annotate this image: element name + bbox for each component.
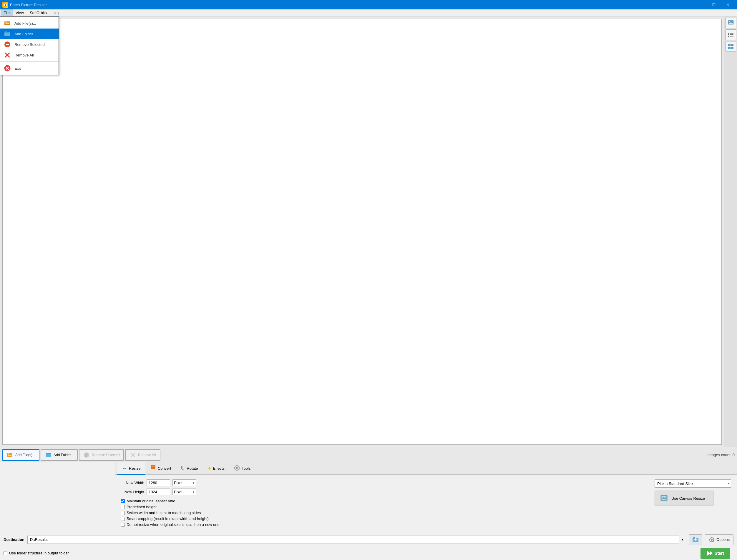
folder-structure-row: Use folder structure in output folder bbox=[4, 551, 69, 555]
svg-point-17 bbox=[729, 21, 730, 22]
tab-content-resize: New Width Pixel Percent Inch Cm New Heig… bbox=[115, 475, 737, 533]
no-resize-smaller-row: Do not resize when original size is less… bbox=[121, 522, 649, 527]
menu-softorbits[interactable]: SoftOrbits bbox=[27, 9, 50, 16]
add-files-label: Add File(s)... bbox=[14, 21, 36, 26]
menu-item-remove-selected[interactable]: Remove Selected bbox=[0, 39, 59, 50]
sidebar-list-btn[interactable] bbox=[726, 29, 736, 40]
tab-resize[interactable]: ↔ Resize bbox=[117, 462, 145, 475]
toolbar-remove-selected-icon bbox=[83, 451, 90, 459]
tools-tab-label: Tools bbox=[242, 466, 250, 471]
exit-icon bbox=[4, 65, 11, 72]
svg-rect-24 bbox=[728, 44, 731, 46]
svg-rect-19 bbox=[730, 33, 733, 34]
maintain-aspect-checkbox[interactable] bbox=[121, 499, 125, 503]
tab-bar: ↔ Resize Convert ↻ Rotate ✦ Effects bbox=[115, 462, 737, 475]
canvas-resize-button[interactable]: Use Canvas Resize bbox=[655, 491, 713, 506]
svg-point-20 bbox=[728, 34, 729, 35]
menu-view[interactable]: View bbox=[13, 9, 27, 16]
toolbar: Add File(s)... Add Folder... Remove Sele… bbox=[0, 447, 737, 462]
toolbar-remove-selected-btn[interactable]: Remove Selected bbox=[79, 449, 124, 461]
resize-tab-icon: ↔ bbox=[122, 465, 127, 471]
menu-item-remove-all[interactable]: Remove All bbox=[0, 50, 59, 60]
toolbar-remove-all-btn[interactable]: Remove All bbox=[125, 449, 160, 461]
toolbar-remove-selected-label: Remove Selected bbox=[92, 453, 120, 457]
file-list-box[interactable] bbox=[2, 19, 722, 445]
exit-label: Exit bbox=[14, 66, 21, 71]
menu-bar: File View SoftOrbits Help bbox=[0, 9, 737, 16]
standard-size-select[interactable]: Pick a Standard Size bbox=[655, 479, 731, 488]
new-height-label: New Height bbox=[121, 490, 144, 494]
switch-sides-label[interactable]: Switch width and height to match long si… bbox=[127, 511, 201, 515]
start-label: Start bbox=[715, 551, 724, 556]
sidebar-grid-btn[interactable] bbox=[726, 41, 736, 52]
remove-all-label: Remove All bbox=[14, 53, 34, 57]
maintain-aspect-label[interactable]: Maintain original aspect ratio bbox=[127, 499, 175, 503]
options-label: Options bbox=[716, 537, 730, 542]
svg-rect-26 bbox=[728, 47, 731, 49]
svg-point-6 bbox=[5, 21, 6, 23]
smart-crop-row: Smart cropping (result in exact width an… bbox=[121, 516, 649, 521]
svg-rect-27 bbox=[731, 47, 733, 49]
remove-all-icon bbox=[4, 51, 11, 59]
destination-input[interactable] bbox=[28, 536, 679, 544]
close-button[interactable]: ✕ bbox=[721, 0, 735, 9]
switch-sides-checkbox[interactable] bbox=[121, 511, 125, 515]
file-dropdown-menu: Add File(s)... Add Folder... Remove Sele… bbox=[0, 16, 59, 75]
svg-marker-57 bbox=[710, 551, 713, 556]
tab-effects[interactable]: ✦ Effects bbox=[203, 462, 229, 475]
menu-file[interactable]: File bbox=[1, 9, 13, 16]
destination-dropdown-btn[interactable]: ▼ bbox=[679, 536, 686, 544]
svg-rect-45 bbox=[695, 538, 696, 541]
toolbar-add-files-btn[interactable]: Add File(s)... bbox=[2, 449, 39, 461]
width-unit-select[interactable]: Pixel Percent Inch Cm bbox=[172, 479, 196, 486]
convert-tab-icon bbox=[150, 465, 156, 472]
effects-tab-icon: ✦ bbox=[207, 466, 211, 471]
sidebar-thumbnails-btn[interactable] bbox=[726, 18, 736, 28]
folder-structure-checkbox[interactable] bbox=[4, 551, 7, 555]
toolbar-remove-all-icon bbox=[129, 451, 136, 459]
right-sidebar bbox=[724, 16, 737, 447]
smart-crop-label[interactable]: Smart cropping (result in exact width an… bbox=[127, 516, 209, 521]
maximize-button[interactable]: ❐ bbox=[707, 0, 721, 9]
destination-browse-btn[interactable] bbox=[689, 534, 702, 545]
smart-crop-checkbox[interactable] bbox=[121, 517, 125, 521]
tab-convert[interactable]: Convert bbox=[145, 462, 176, 475]
menu-item-add-files[interactable]: Add File(s)... bbox=[0, 18, 59, 29]
toolbar-add-folder-label: Add Folder... bbox=[54, 453, 74, 457]
menu-item-exit[interactable]: Exit bbox=[0, 63, 59, 74]
content-area bbox=[0, 16, 737, 447]
height-input[interactable] bbox=[147, 489, 170, 495]
title-bar: Batch Picture Resizer — ❐ ✕ bbox=[0, 0, 737, 9]
destination-label: Destination bbox=[4, 537, 24, 542]
effects-tab-label: Effects bbox=[213, 466, 225, 471]
file-list-area bbox=[0, 16, 724, 447]
tab-tools[interactable]: Tools bbox=[229, 462, 255, 475]
remove-selected-label: Remove Selected bbox=[14, 42, 45, 47]
svg-point-35 bbox=[236, 467, 238, 469]
predefined-height-row: Predefined height bbox=[121, 505, 649, 509]
predefined-height-checkbox[interactable] bbox=[121, 505, 125, 509]
canvas-resize-icon bbox=[660, 494, 669, 503]
start-button[interactable]: Start bbox=[701, 548, 730, 559]
svg-rect-25 bbox=[731, 44, 733, 46]
svg-rect-21 bbox=[730, 34, 733, 35]
minimize-button[interactable]: — bbox=[693, 0, 706, 9]
menu-divider bbox=[0, 61, 59, 62]
maintain-aspect-row: Maintain original aspect ratio bbox=[121, 499, 649, 503]
no-resize-smaller-checkbox[interactable] bbox=[121, 523, 125, 527]
options-gear-icon bbox=[709, 537, 715, 543]
add-files-icon bbox=[4, 20, 11, 27]
tab-rotate[interactable]: ↻ Rotate bbox=[176, 462, 202, 475]
toolbar-add-folder-btn[interactable]: Add Folder... bbox=[41, 449, 78, 461]
add-folder-icon bbox=[4, 30, 11, 37]
predefined-height-label[interactable]: Predefined height bbox=[127, 505, 157, 509]
svg-rect-8 bbox=[6, 44, 9, 45]
folder-structure-label[interactable]: Use folder structure in output folder bbox=[9, 551, 69, 555]
options-button[interactable]: Options bbox=[705, 534, 733, 545]
height-unit-select[interactable]: Pixel Percent Inch Cm bbox=[172, 489, 196, 495]
svg-point-30 bbox=[8, 453, 9, 454]
no-resize-smaller-label[interactable]: Do not resize when original size is less… bbox=[127, 522, 219, 527]
menu-item-add-folder[interactable]: Add Folder... bbox=[0, 29, 59, 39]
width-input[interactable] bbox=[147, 479, 170, 486]
menu-help[interactable]: Help bbox=[50, 9, 64, 16]
